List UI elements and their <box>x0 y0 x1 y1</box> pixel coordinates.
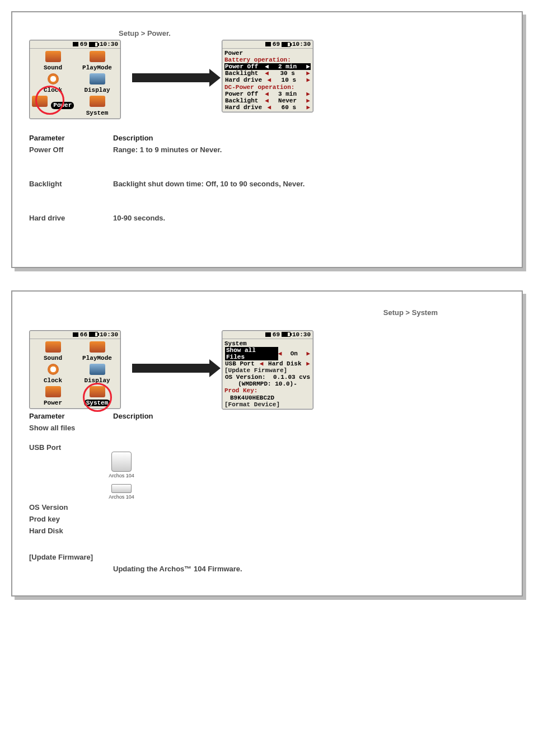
menu-item-clock[interactable]: Clock <box>31 363 75 385</box>
battery-level: 66 <box>80 331 87 338</box>
device-thumbnail-icon <box>111 452 132 472</box>
menu-item-system[interactable]: System <box>75 385 119 407</box>
menu-item-display[interactable]: Display <box>75 363 119 385</box>
arrow-icon <box>132 330 210 373</box>
row-power-off-dc[interactable]: Power Off ◀ 3 min ▶ <box>224 91 311 97</box>
clock-time: 10:30 <box>292 41 311 48</box>
right-arrow-icon[interactable]: ▶ <box>306 70 310 77</box>
menu-item-clock[interactable]: Clock <box>31 72 75 95</box>
breadcrumb: Setup > Power. <box>119 29 505 37</box>
power-icon <box>32 96 48 107</box>
table-header-parameter: Parameter <box>29 134 113 142</box>
left-arrow-icon[interactable]: ◀ <box>260 360 264 367</box>
clock-time: 10:30 <box>292 331 311 338</box>
battery-icon <box>282 332 291 337</box>
left-arrow-icon[interactable]: ◀ <box>265 63 269 70</box>
table-row: Power Off Range: 1 to 9 minutes or Never… <box>29 145 505 154</box>
menu-item-sound[interactable]: Sound <box>31 50 75 72</box>
status-bar: 69 10:30 <box>30 40 120 49</box>
prod-key-label: Prod Key: <box>224 387 311 394</box>
battery-icon <box>89 42 98 47</box>
left-arrow-icon[interactable]: ◀ <box>265 70 269 77</box>
sound-icon <box>45 341 61 353</box>
table-row: OS Version <box>29 503 505 511</box>
display-icon <box>90 73 105 84</box>
device-menu-screen: 66 10:30 Sound PlayMode Clock <box>29 330 121 410</box>
section-battery: Battery operation: <box>224 57 311 63</box>
section-dc-power: DC-Power operation: <box>224 84 311 91</box>
table-row: USB Port <box>29 443 505 452</box>
system-parameter-table: Parameter Description Show all files USB… <box>29 412 505 573</box>
table-header-description: Description <box>113 412 505 420</box>
right-arrow-icon[interactable]: ▶ <box>306 63 310 70</box>
row-harddrive-battery[interactable]: Hard drive ◀ 10 s ▶ <box>224 77 311 83</box>
table-row: Hard Disk <box>29 527 505 535</box>
left-arrow-icon[interactable]: ◀ <box>265 97 269 104</box>
clock-icon <box>48 364 59 375</box>
screen-title: Power <box>224 50 311 57</box>
status-bar: 69 10:30 <box>222 40 313 49</box>
table-header-parameter: Parameter <box>29 412 113 420</box>
system-settings-card: Setup > System 66 10:30 Sound PlayMode <box>11 290 523 597</box>
right-arrow-icon[interactable]: ▶ <box>306 350 310 357</box>
menu-item-playmode[interactable]: PlayMode <box>75 340 119 363</box>
menu-item-sound[interactable]: Sound <box>31 340 75 363</box>
speaker-icon <box>73 42 78 46</box>
row-os-version: OS Version: 0.1.03 cvs <box>224 374 311 381</box>
power-settings-card: Setup > Power. 69 10:30 Sound PlayMode <box>11 11 523 268</box>
row-power-off-battery[interactable]: Power Off ◀ 2 min ▶ <box>224 63 311 70</box>
menu-item-display[interactable]: Display <box>75 72 119 95</box>
device-thumbnail: Archos 104 <box>96 452 147 478</box>
battery-icon <box>282 42 291 47</box>
table-row: Hard drive 10-90 seconds. <box>29 214 505 222</box>
arrow-icon <box>132 40 210 82</box>
status-bar: 66 10:30 <box>30 331 120 339</box>
table-footer: Updating the Archos™ 104 Firmware. <box>29 565 505 573</box>
right-arrow-icon[interactable]: ▶ <box>306 360 310 367</box>
battery-level: 69 <box>80 41 87 48</box>
clock-time: 10:30 <box>100 41 118 48</box>
status-bar: 69 10:30 <box>222 331 313 339</box>
right-arrow-icon[interactable]: ▶ <box>306 104 310 111</box>
right-arrow-icon[interactable]: ▶ <box>306 77 310 83</box>
left-arrow-icon[interactable]: ◀ <box>268 104 271 111</box>
display-icon <box>90 364 105 375</box>
row-backlight-dc[interactable]: Backlight ◀ Never ▶ <box>224 97 311 104</box>
action-format-device[interactable]: [Format Device] <box>224 401 311 408</box>
menu-item-system[interactable]: System <box>75 95 119 117</box>
battery-icon <box>89 332 98 337</box>
row-usb-port[interactable]: USB Port ◀ Hard Disk ▶ <box>224 360 311 367</box>
table-header-description: Description <box>113 134 505 142</box>
power-parameter-table: Parameter Description Power Off Range: 1… <box>29 134 505 245</box>
battery-level: 69 <box>273 331 280 338</box>
battery-level: 69 <box>273 41 280 48</box>
left-arrow-icon[interactable]: ◀ <box>265 91 269 97</box>
menu-item-power[interactable]: Power <box>31 95 75 117</box>
sound-icon <box>45 51 61 62</box>
system-icon <box>90 96 105 107</box>
speaker-icon <box>265 332 271 337</box>
menu-item-power[interactable]: Power <box>31 385 75 407</box>
table-row: Show all files <box>29 424 505 432</box>
right-arrow-icon[interactable]: ▶ <box>306 97 310 104</box>
row-show-all-files[interactable]: Show all Files ◀ On ▶ <box>224 347 311 360</box>
row-backlight-battery[interactable]: Backlight ◀ 30 s ▶ <box>224 70 311 77</box>
menu-item-playmode[interactable]: PlayMode <box>75 50 119 72</box>
clock-icon <box>48 73 59 84</box>
table-row: [Update Firmware] <box>29 553 505 561</box>
wmdrm-version: (WMDRMPD: 10.0)- <box>224 381 311 387</box>
left-arrow-icon[interactable]: ◀ <box>278 350 282 357</box>
right-arrow-icon[interactable]: ▶ <box>306 91 310 97</box>
prod-key-value: B9K4U0HEBC2D <box>224 395 311 401</box>
table-row: Prod key <box>29 515 505 523</box>
device-power-detail-screen: 69 10:30 Power Battery operation: Power … <box>222 40 313 112</box>
device-menu-screen: 69 10:30 Sound PlayMode Clock <box>29 40 121 119</box>
speaker-icon <box>73 332 78 337</box>
breadcrumb: Setup > System <box>383 308 438 317</box>
device-thumbnail-icon <box>111 484 132 493</box>
clock-time: 10:30 <box>100 331 118 338</box>
row-harddrive-dc[interactable]: Hard drive ◀ 60 s ▶ <box>224 104 311 111</box>
left-arrow-icon[interactable]: ◀ <box>268 77 271 83</box>
power-icon <box>45 386 61 397</box>
action-update-firmware[interactable]: [Update Firmware] <box>224 367 311 374</box>
